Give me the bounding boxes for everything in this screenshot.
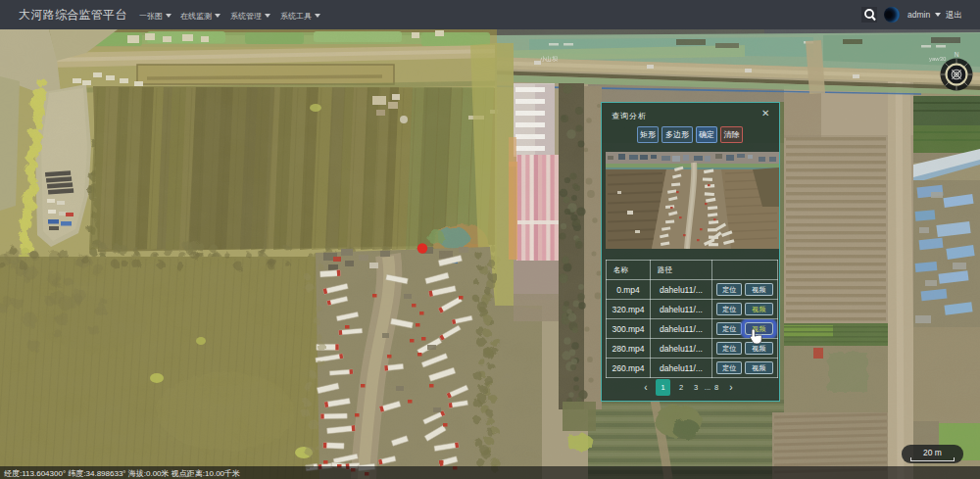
svg-text:N: N: [955, 51, 959, 58]
